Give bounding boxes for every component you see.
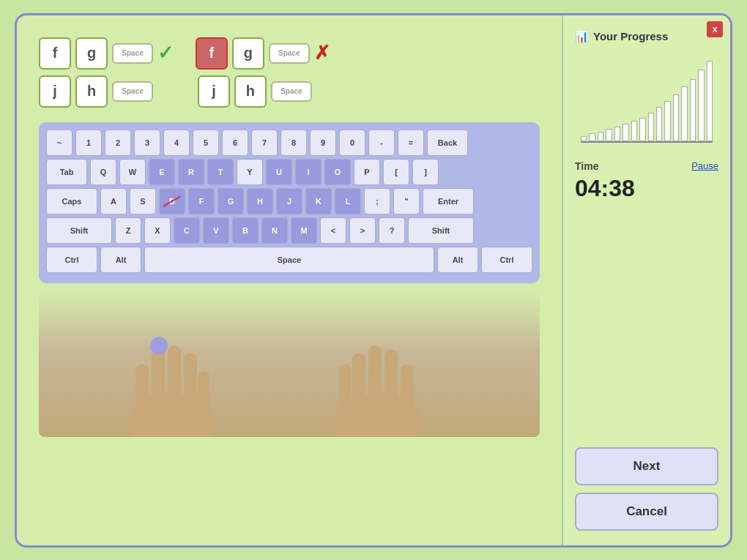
chart-bar (698, 70, 704, 141)
chart-bar (690, 79, 696, 141)
kb-key-2[interactable]: 2 (105, 130, 131, 156)
kb-key-3[interactable]: 3 (134, 130, 160, 156)
kb-key-y[interactable]: Y (237, 159, 263, 185)
kb-key-i[interactable]: I (295, 159, 322, 185)
kb-key-shift-r[interactable]: Shift (408, 217, 474, 244)
kb-key-c[interactable]: C (174, 217, 200, 244)
svg-rect-11 (384, 349, 398, 422)
chart-bar (664, 101, 670, 141)
seq2-key-space2: Space (271, 81, 312, 102)
kb-key-6[interactable]: 6 (222, 130, 248, 156)
seq1-key-j: j (39, 75, 71, 108)
kb-key-comma[interactable]: < (320, 217, 346, 244)
chart-bar (589, 133, 595, 141)
svg-rect-12 (401, 364, 414, 422)
kb-key-r[interactable]: R (178, 159, 204, 185)
chart-bar (581, 136, 587, 141)
kb-key-o[interactable]: O (324, 159, 351, 185)
kb-key-enter[interactable]: Enter (423, 188, 474, 214)
svg-rect-2 (152, 349, 165, 430)
kb-key-9[interactable]: 9 (310, 130, 336, 156)
svg-rect-4 (184, 353, 197, 430)
kb-key-x[interactable]: X (144, 217, 171, 244)
kb-key-bracket-r[interactable]: ] (412, 159, 439, 185)
kb-key-semicolon[interactable]: ; (364, 188, 390, 214)
svg-point-6 (150, 337, 168, 354)
close-button[interactable]: x (707, 21, 723, 37)
kb-key-q[interactable]: Q (90, 159, 116, 185)
svg-rect-9 (352, 353, 365, 422)
kb-key-t[interactable]: T (207, 159, 234, 185)
kb-key-alt-r[interactable]: Alt (437, 247, 478, 273)
seq1-key-h: h (75, 75, 108, 108)
kb-key-quote[interactable]: " (393, 188, 420, 214)
kb-key-d[interactable]: D (159, 188, 185, 214)
completed-sequence-row: f g Space ✓ f g Space ✗ (39, 37, 540, 70)
kb-row-3: Caps A S D F G H J K L ; " Enter (46, 188, 532, 214)
kb-key-bracket-l[interactable]: [ (383, 159, 409, 185)
key-sequences: f g Space ✓ f g Space ✗ j h Space j h Sp… (39, 37, 540, 108)
keyboard: ~ 1 2 3 4 5 6 7 8 9 0 - = Back Tab Q W E (39, 122, 540, 283)
time-display: 04:38 (575, 175, 718, 202)
kb-key-p[interactable]: P (354, 159, 380, 185)
time-label: Time (575, 160, 598, 172)
chart-bar (707, 61, 713, 141)
kb-key-s[interactable]: S (130, 188, 156, 214)
kb-key-v[interactable]: V (203, 217, 229, 244)
kb-key-period[interactable]: > (349, 217, 376, 244)
chart-bar (598, 132, 603, 141)
kb-key-space[interactable]: Space (144, 247, 434, 273)
time-section: Time Pause 04:38 (575, 160, 718, 202)
kb-key-alt-l[interactable]: Alt (100, 247, 141, 273)
kb-key-w[interactable]: W (119, 159, 146, 185)
kb-key-back[interactable]: Back (427, 130, 468, 156)
x-icon: ✗ (314, 42, 330, 64)
svg-rect-10 (368, 346, 382, 422)
pause-button[interactable]: Pause (691, 160, 718, 171)
check-icon: ✓ (157, 42, 174, 64)
chart-bar (648, 113, 654, 141)
kb-row-2: Tab Q W E R T Y U I O P [ ] (46, 159, 532, 185)
kb-key-z[interactable]: Z (115, 217, 141, 244)
kb-key-n[interactable]: N (261, 217, 288, 244)
next-button[interactable]: Next (575, 447, 718, 485)
cancel-button[interactable]: Cancel (575, 493, 718, 531)
kb-key-ctrl-r[interactable]: Ctrl (481, 247, 532, 273)
kb-key-l[interactable]: L (335, 188, 361, 214)
kb-key-a[interactable]: A (100, 188, 127, 214)
kb-key-h[interactable]: H (247, 188, 273, 214)
kb-key-4[interactable]: 4 (163, 130, 190, 156)
chart-bar (656, 107, 662, 141)
kb-row-5: Ctrl Alt Space Alt Ctrl (46, 247, 532, 273)
kb-key-e[interactable]: E (149, 159, 175, 185)
kb-key-5[interactable]: 5 (193, 130, 219, 156)
kb-key-equals[interactable]: = (398, 130, 424, 156)
kb-key-m[interactable]: M (291, 217, 317, 244)
app-container: f g Space ✓ f g Space ✗ j h Space j h Sp… (15, 13, 732, 548)
kb-key-8[interactable]: 8 (280, 130, 307, 156)
seq2-key-h: h (234, 75, 267, 108)
kb-row-4: Shift Z X C V B N M < > ? Shift (46, 217, 532, 244)
kb-key-1[interactable]: 1 (75, 130, 102, 156)
kb-key-slash[interactable]: ? (379, 217, 405, 244)
kb-key-j[interactable]: J (276, 188, 302, 214)
kb-key-tab[interactable]: Tab (46, 159, 87, 185)
seq1-key-g: g (75, 37, 108, 70)
kb-key-g[interactable]: G (218, 188, 244, 214)
kb-key-b[interactable]: B (232, 217, 259, 244)
seq2-key-f: f (196, 37, 228, 70)
svg-rect-5 (198, 371, 209, 430)
kb-key-tilde[interactable]: ~ (46, 130, 73, 156)
kb-key-shift-l[interactable]: Shift (46, 217, 112, 244)
chart-bar (606, 129, 612, 141)
sidebar: x 📊 Your Progress Time Pause 04:38 Next … (562, 15, 730, 545)
kb-key-k[interactable]: K (305, 188, 332, 214)
progress-label: Your Progress (593, 30, 668, 42)
kb-key-f[interactable]: F (188, 188, 215, 214)
kb-key-7[interactable]: 7 (251, 130, 278, 156)
kb-key-caps[interactable]: Caps (46, 188, 97, 214)
kb-key-ctrl-l[interactable]: Ctrl (46, 247, 97, 273)
kb-key-0[interactable]: 0 (339, 130, 365, 156)
kb-key-u[interactable]: U (266, 159, 292, 185)
kb-key-minus[interactable]: - (368, 130, 395, 156)
